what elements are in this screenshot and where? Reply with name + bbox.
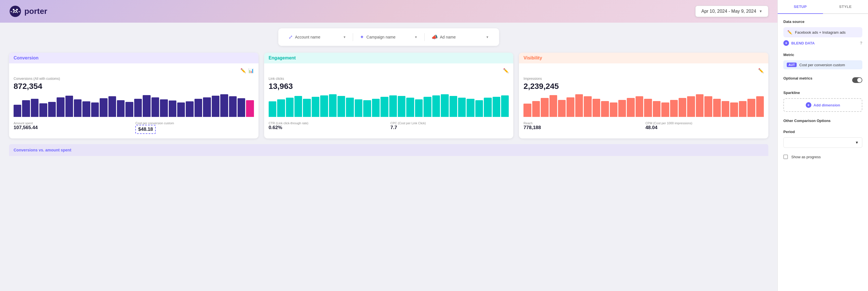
engagement-label-bar: Engagement bbox=[264, 53, 514, 63]
bar-item bbox=[415, 99, 423, 117]
bar-item bbox=[475, 100, 483, 117]
bar-item bbox=[501, 95, 509, 117]
metric-section-title: Metric bbox=[783, 53, 862, 57]
chart-icon[interactable]: 📊 bbox=[248, 68, 254, 73]
campaign-name-label: Campaign name bbox=[366, 35, 396, 39]
megaphone-icon: 📣 bbox=[431, 34, 438, 40]
engagement-header: ✏️ bbox=[269, 68, 509, 73]
bar-item bbox=[229, 96, 237, 117]
metric-section: Metric AUT Cost per conversion custom bbox=[783, 53, 862, 69]
optional-metrics-toggle[interactable] bbox=[852, 77, 862, 83]
bar-item bbox=[424, 97, 431, 117]
engagement-title: Engagement bbox=[269, 56, 296, 60]
bar-item bbox=[269, 101, 276, 117]
bar-item bbox=[618, 100, 626, 117]
bar-item bbox=[212, 96, 219, 117]
side-panel-content: Data source ✏️ Facebook ads + Instagram … bbox=[778, 14, 868, 291]
bar-item bbox=[74, 99, 82, 117]
conversion-cpc: Cost per conversion custom $48.18 bbox=[135, 122, 254, 134]
metric-row[interactable]: AUT Cost per conversion custom bbox=[783, 60, 862, 69]
engagement-cpc-label: CPC (Cost per Link Click) bbox=[391, 122, 509, 125]
bar-item bbox=[186, 101, 193, 117]
bar-item bbox=[160, 99, 167, 117]
conversion-cpc-label: Cost per conversion custom bbox=[135, 122, 254, 125]
blend-data-button[interactable]: + BLEND DATA ? bbox=[783, 40, 862, 46]
filter-divider-1 bbox=[353, 33, 353, 41]
bar-item bbox=[493, 97, 500, 117]
bar-item bbox=[458, 98, 466, 117]
bar-item bbox=[550, 95, 557, 117]
engagement-actions: ✏️ bbox=[503, 68, 509, 73]
conversion-bar-chart bbox=[13, 94, 254, 117]
bar-item bbox=[661, 102, 669, 117]
bar-item bbox=[566, 97, 574, 117]
visibility-title: Visibility bbox=[523, 56, 542, 60]
blend-plus-icon: + bbox=[783, 40, 789, 46]
edit-icon[interactable]: ✏️ bbox=[240, 68, 246, 73]
show-progress-checkbox[interactable] bbox=[783, 155, 788, 159]
data-source-value: Facebook ads + Instagram ads bbox=[795, 30, 846, 35]
conversion-actions: ✏️ 📊 bbox=[240, 68, 254, 73]
bar-item bbox=[346, 98, 353, 117]
bar-item bbox=[177, 102, 185, 117]
engagement-ctr-label: CTR (Link click-through rate) bbox=[269, 122, 387, 125]
engagement-card: Engagement ✏️ Link clicks 13,963 CTR ( bbox=[264, 53, 514, 138]
visibility-label-bar: Visibility bbox=[519, 53, 768, 63]
bar-item bbox=[48, 102, 56, 117]
visibility-metric1-value: 2,239,245 bbox=[523, 82, 764, 91]
svg-point-2 bbox=[16, 9, 18, 10]
ad-name-filter[interactable]: 📣 Ad name ▼ bbox=[427, 32, 493, 42]
add-dimension-button[interactable]: + Add dimension bbox=[783, 98, 862, 112]
conversions-vs-bar: Conversions vs. amount spent bbox=[9, 144, 768, 156]
conversion-amount-value: 107,565.44 bbox=[13, 125, 132, 130]
bar-item bbox=[722, 101, 729, 117]
bar-item bbox=[194, 99, 202, 117]
engagement-edit-icon[interactable]: ✏️ bbox=[503, 68, 509, 73]
tab-setup[interactable]: SETUP bbox=[778, 0, 823, 14]
campaign-chevron-icon: ▼ bbox=[414, 35, 417, 39]
conversion-card: Conversion ✏️ 📊 Conversions (All with cu… bbox=[9, 53, 258, 138]
account-name-filter[interactable]: ⤢ Account name ▼ bbox=[284, 32, 350, 42]
bar-item bbox=[406, 98, 414, 117]
account-chevron-icon: ▼ bbox=[343, 35, 346, 39]
campaign-name-filter[interactable]: ✦ Campaign name ▼ bbox=[355, 32, 422, 42]
date-picker[interactable]: Apr 10, 2024 - May 9, 2024 ▼ bbox=[695, 6, 768, 17]
bar-item bbox=[31, 99, 38, 117]
bar-item bbox=[704, 96, 712, 117]
tab-style[interactable]: STYLE bbox=[823, 0, 868, 13]
bar-item bbox=[320, 95, 328, 117]
visibility-card: Visibility ✏️ Impressions 2,239,245 Re bbox=[519, 53, 768, 138]
conversion-header: ✏️ 📊 bbox=[13, 68, 254, 73]
logo: porter bbox=[9, 5, 47, 18]
bar-item bbox=[220, 94, 228, 117]
optional-metrics-title: Optional metrics bbox=[783, 76, 812, 80]
bar-item bbox=[380, 97, 388, 117]
bar-item bbox=[484, 98, 492, 117]
engagement-inner: ✏️ Link clicks 13,963 CTR (Link click-th… bbox=[264, 63, 514, 135]
visibility-cpm-value: 48.04 bbox=[646, 125, 764, 130]
share-icon: ⤢ bbox=[288, 34, 293, 40]
bar-item bbox=[679, 98, 686, 117]
date-range-text: Apr 10, 2024 - May 9, 2024 bbox=[701, 9, 756, 14]
sparkle-icon: ✦ bbox=[360, 34, 364, 40]
add-plus-icon: + bbox=[806, 102, 811, 108]
sparkline-section: Sparkline + Add dimension bbox=[783, 91, 862, 112]
visibility-edit-icon[interactable]: ✏️ bbox=[758, 68, 764, 73]
bar-item bbox=[238, 98, 245, 117]
bar-item bbox=[363, 100, 371, 117]
logo-icon bbox=[9, 5, 22, 18]
side-panel-tabs: SETUP STYLE bbox=[778, 0, 868, 14]
period-select[interactable]: ▼ bbox=[783, 137, 862, 148]
engagement-metric1-value: 13,963 bbox=[269, 82, 509, 91]
bar-item bbox=[337, 96, 345, 117]
conversion-bottom-metrics: Amount spent 107,565.44 Cost per convers… bbox=[13, 122, 254, 134]
data-source-title: Data source bbox=[783, 20, 862, 24]
bar-item bbox=[277, 99, 285, 117]
conversion-amount-spent: Amount spent 107,565.44 bbox=[13, 122, 132, 134]
bar-item bbox=[246, 100, 254, 117]
bar-item bbox=[441, 94, 448, 117]
bar-item bbox=[601, 101, 609, 117]
data-source-item[interactable]: ✏️ Facebook ads + Instagram ads bbox=[783, 27, 862, 37]
visibility-reach: Reach 778,188 bbox=[523, 122, 642, 130]
bar-item bbox=[398, 96, 405, 117]
